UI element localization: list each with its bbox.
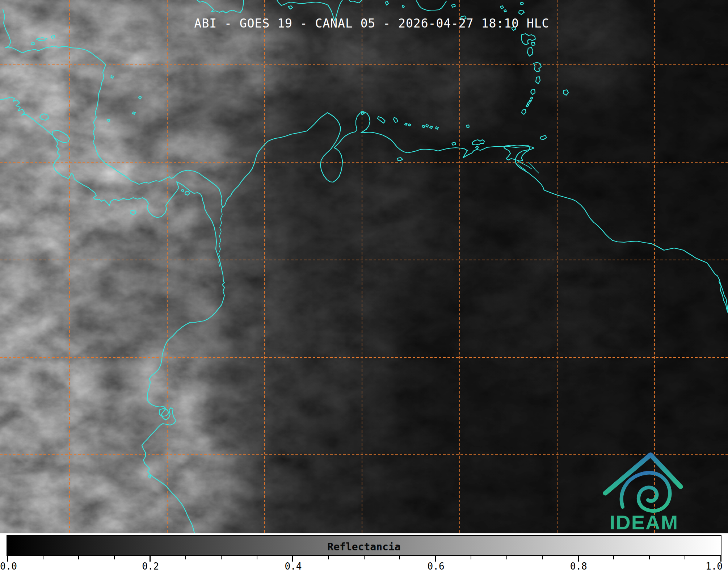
colorbar-minor-tick (257, 556, 257, 559)
colorbar-minor-tick (506, 556, 507, 559)
colorbar-minor-tick (364, 556, 365, 559)
ideam-logo-text: IDEAM (610, 511, 678, 533)
colorbar-minor-tick (649, 556, 650, 559)
colorbar-minor-tick (43, 556, 43, 559)
colorbar-minor-tick (471, 556, 471, 559)
satellite-map-canvas: ABI - GOES 19 - CANAL 05 - 2026-04-27 18… (0, 0, 728, 533)
colorbar-minor-tick (114, 556, 115, 559)
colorbar-minor-tick (221, 556, 222, 559)
colorbar-axis: 0.00.20.40.60.81.0 (0, 556, 728, 571)
colorbar-tick-label: 0.2 (142, 561, 159, 571)
colorbar-minor-tick (613, 556, 614, 559)
colorbar-minor-tick (328, 556, 329, 559)
colorbar-section: Reflectancia 0.00.20.40.60.81.0 (0, 533, 728, 571)
colorbar-minor-tick (78, 556, 79, 559)
reflectance-colorbar: Reflectancia (7, 535, 721, 556)
ideam-logo: IDEAM (590, 445, 688, 533)
colorbar-tick-label: 1.0 (706, 561, 723, 571)
image-title: ABI - GOES 19 - CANAL 05 - 2026-04-27 18… (194, 16, 550, 30)
colorbar-title: Reflectancia (7, 541, 721, 553)
colorbar-minor-tick (685, 556, 685, 559)
colorbar-tick-label: 0.6 (428, 561, 445, 571)
colorbar-minor-tick (185, 556, 186, 559)
colorbar-minor-tick (399, 556, 400, 559)
colorbar-tick-label: 0.4 (285, 561, 302, 571)
colorbar-minor-tick (542, 556, 543, 559)
colorbar-tick-label: 0.0 (0, 561, 17, 571)
goes-satellite-product-page: { "header": { "title": "ABI - GOES 19 - … (0, 0, 728, 571)
ideam-logo-swirl-icon (622, 473, 670, 511)
colorbar-tick-label: 0.8 (570, 561, 587, 571)
